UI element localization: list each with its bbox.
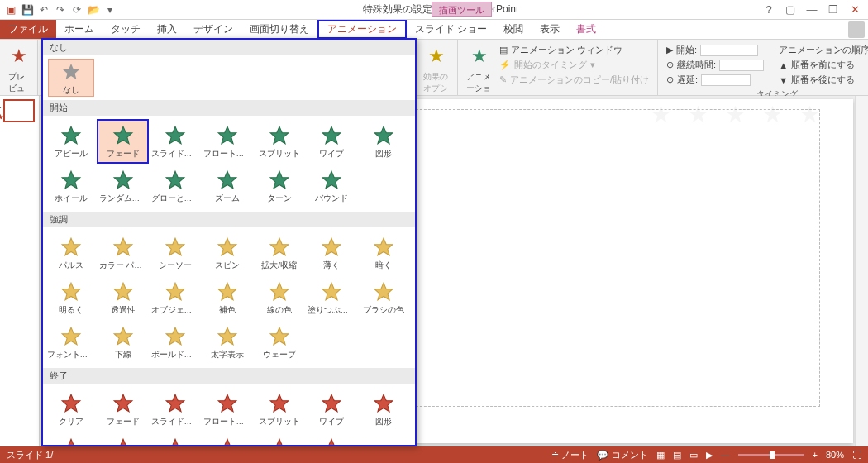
gallery-item[interactable]: ホイール bbox=[45, 164, 97, 208]
gallery-item[interactable]: ワイプ bbox=[305, 119, 357, 164]
gallery-item[interactable]: スライドイン bbox=[149, 119, 201, 164]
tab-review[interactable]: 校閲 bbox=[495, 20, 532, 39]
gallery-item[interactable]: ランダムスト... bbox=[97, 432, 149, 446]
gallery-item[interactable]: 図形 bbox=[357, 119, 409, 164]
fit-to-window-icon[interactable]: ⛶ bbox=[852, 450, 861, 460]
move-earlier-button[interactable]: ▲ 順番を前にする bbox=[775, 58, 868, 72]
duration-field[interactable]: ⊙ 継続時間: bbox=[663, 58, 767, 72]
tab-file[interactable]: ファイル bbox=[0, 20, 56, 39]
gallery-item[interactable]: 暗く bbox=[357, 231, 409, 275]
tab-insert[interactable]: 挿入 bbox=[149, 20, 185, 39]
undo-icon[interactable]: ↶ bbox=[36, 2, 51, 17]
animation-pane-button[interactable]: ▤アニメーション ウィンドウ bbox=[496, 43, 652, 57]
gallery-item[interactable]: ターン bbox=[253, 164, 305, 208]
gallery-item[interactable]: スプリット bbox=[253, 119, 305, 164]
view-sorter-icon[interactable]: ▤ bbox=[673, 450, 681, 461]
gallery-item[interactable]: フォントの色 bbox=[45, 320, 97, 365]
gallery-item[interactable]: ターン bbox=[253, 432, 305, 446]
move-later-button[interactable]: ▼ 順番を後にする bbox=[775, 73, 868, 87]
gallery-item-label: スピン bbox=[215, 260, 240, 271]
restore-icon[interactable]: ❐ bbox=[825, 3, 842, 16]
user-avatar[interactable] bbox=[848, 21, 865, 38]
gallery-item[interactable]: グローとターン bbox=[149, 164, 201, 208]
gallery-item[interactable]: 拡大/収縮 bbox=[253, 231, 305, 275]
zoom-out-icon[interactable]: — bbox=[721, 450, 730, 460]
comments-button[interactable]: 💬 コメント bbox=[597, 449, 647, 461]
gallery-item[interactable]: オブジェクト ... bbox=[149, 275, 201, 320]
tab-design[interactable]: デザイン bbox=[185, 20, 241, 39]
gallery-item-label: ズーム bbox=[215, 193, 240, 204]
tab-transitions[interactable]: 画面切り替え bbox=[241, 20, 317, 39]
star-icon bbox=[112, 124, 135, 147]
gallery-item[interactable]: 線の色 bbox=[253, 275, 305, 320]
trigger-button[interactable]: ⚡開始のタイミング ▾ bbox=[496, 58, 652, 72]
gallery-item[interactable]: ランダムスト... bbox=[97, 164, 149, 208]
notes-button[interactable]: ≐ ノート bbox=[551, 449, 589, 461]
tab-format[interactable]: 書式 bbox=[568, 20, 604, 39]
svg-marker-39 bbox=[374, 394, 393, 412]
repeat-icon[interactable]: ⟳ bbox=[69, 2, 84, 17]
svg-marker-27 bbox=[374, 283, 393, 300]
gallery-item[interactable]: 塗りつぶしの色 bbox=[305, 275, 357, 320]
zoom-in-icon[interactable]: + bbox=[813, 450, 818, 460]
minimize-icon[interactable]: — bbox=[804, 3, 820, 16]
vertical-scrollbar[interactable] bbox=[855, 96, 868, 446]
zoom-slider[interactable] bbox=[738, 454, 804, 456]
tab-slideshow[interactable]: スライド ショー bbox=[407, 20, 495, 39]
gallery-item-none[interactable]: なし bbox=[48, 59, 94, 97]
slide-thumbnail-1[interactable]: 1 ★ bbox=[3, 99, 35, 122]
gallery-item[interactable]: 薄く bbox=[305, 231, 357, 275]
gallery-item[interactable]: 明るく bbox=[45, 275, 97, 320]
gallery-item[interactable]: ホイール bbox=[45, 432, 97, 446]
view-slideshow-icon[interactable]: ▶ bbox=[706, 450, 713, 461]
gallery-item[interactable]: フェード bbox=[97, 119, 149, 164]
gallery-item[interactable]: 太字表示 bbox=[201, 320, 253, 365]
qat-dropdown-icon[interactable]: ▾ bbox=[103, 2, 117, 17]
tab-home[interactable]: ホーム bbox=[56, 20, 103, 39]
svg-marker-20 bbox=[374, 238, 393, 255]
gallery-item[interactable]: 下線 bbox=[97, 320, 149, 365]
delay-field[interactable]: ⊙ 遅延: bbox=[663, 73, 767, 87]
tab-view[interactable]: 表示 bbox=[532, 20, 568, 39]
gallery-item[interactable]: ウェーブ bbox=[253, 320, 305, 365]
save-icon[interactable]: 💾 bbox=[20, 2, 35, 17]
gallery-item[interactable]: ズーム bbox=[201, 164, 253, 208]
none-label: なし bbox=[63, 85, 79, 96]
gallery-item[interactable]: ブラシの色 bbox=[357, 275, 409, 320]
gallery-item[interactable]: パルス bbox=[45, 231, 97, 275]
gallery-item[interactable]: スピン bbox=[201, 231, 253, 275]
gallery-item[interactable]: バウンド bbox=[305, 164, 357, 208]
gallery-item[interactable]: ボールドフラ... bbox=[149, 320, 201, 365]
gallery-item[interactable]: カラー パルス bbox=[97, 231, 149, 275]
start-field[interactable]: ▶ 開始: bbox=[663, 43, 767, 57]
ribbon-options-icon[interactable]: ▢ bbox=[782, 3, 799, 16]
tab-animations[interactable]: アニメーション bbox=[317, 20, 407, 39]
gallery-item[interactable]: 透過性 bbox=[97, 275, 149, 320]
gallery-item[interactable]: アピール bbox=[45, 119, 97, 164]
star-icon bbox=[320, 124, 343, 147]
gallery-item[interactable]: フェード bbox=[97, 387, 149, 432]
open-icon[interactable]: 📂 bbox=[86, 2, 101, 17]
gallery-item[interactable]: スプリット bbox=[253, 387, 305, 432]
gallery-item[interactable]: スライドアウト bbox=[149, 387, 201, 432]
gallery-item[interactable]: フロートアウト bbox=[201, 387, 253, 432]
gallery-item[interactable]: 縮小および... bbox=[149, 432, 201, 446]
animation-painter-button[interactable]: ✎アニメーションのコピー/貼り付け bbox=[496, 73, 652, 87]
gallery-item[interactable]: 図形 bbox=[357, 387, 409, 432]
zoom-level[interactable]: 80% bbox=[826, 450, 844, 460]
gallery-item[interactable]: ワイプ bbox=[305, 387, 357, 432]
view-reading-icon[interactable]: ▭ bbox=[689, 450, 698, 461]
gallery-item[interactable]: フロートイン bbox=[201, 119, 253, 164]
help-icon[interactable]: ? bbox=[761, 3, 777, 16]
gallery-grid-exit: クリアフェードスライドアウトフロートアウトスプリットワイプ図形ホイールランダムス… bbox=[43, 384, 415, 446]
gallery-item[interactable]: 補色 bbox=[201, 275, 253, 320]
tab-touch[interactable]: タッチ bbox=[103, 20, 149, 39]
gallery-item[interactable]: シーソー bbox=[149, 231, 201, 275]
svg-marker-44 bbox=[270, 439, 289, 446]
gallery-item[interactable]: バウンド bbox=[305, 432, 357, 446]
gallery-item[interactable]: ズーム bbox=[201, 432, 253, 446]
redo-icon[interactable]: ↷ bbox=[53, 2, 68, 17]
gallery-item[interactable]: クリア bbox=[45, 387, 97, 432]
view-normal-icon[interactable]: ▦ bbox=[656, 450, 665, 461]
close-icon[interactable]: ✕ bbox=[847, 3, 863, 16]
